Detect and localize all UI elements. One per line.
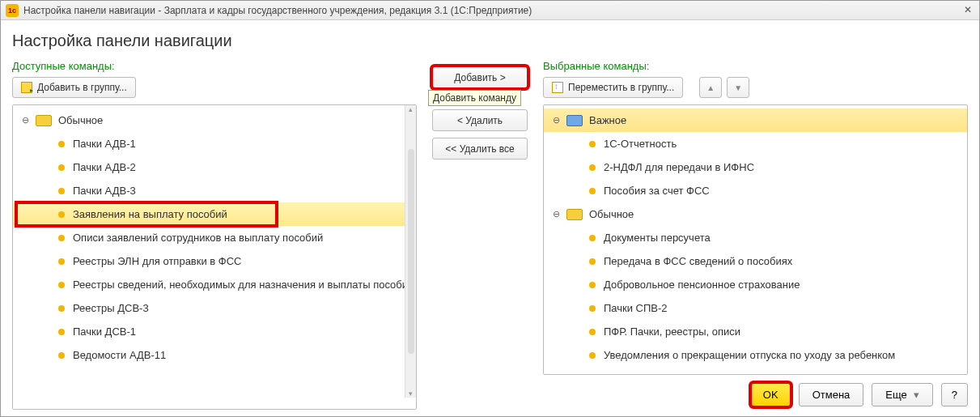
bullet-icon: [589, 258, 596, 265]
available-label: Доступные команды:: [12, 60, 417, 72]
tree-item-label: 2-НДФЛ для передачи в ИФНС: [604, 161, 754, 173]
add-to-group-button[interactable]: Добавить в группу...: [12, 77, 136, 98]
bullet-icon: [58, 164, 65, 171]
tree-item[interactable]: 2-НДФЛ для передачи в ИФНС: [544, 155, 967, 179]
tree-item[interactable]: Пособия за счет ФСС: [544, 179, 967, 202]
folder-move-icon: [552, 82, 563, 93]
bullet-icon: [589, 141, 596, 147]
cancel-label: Отмена: [812, 389, 851, 401]
more-label: Еще: [885, 389, 906, 401]
tree-item[interactable]: Пачки СПВ-2: [544, 296, 967, 320]
titlebar: 1c Настройка панели навигации - Зарплата…: [1, 1, 979, 20]
tree-item[interactable]: Реестры ДСВ-3: [13, 296, 416, 320]
bullet-icon: [58, 141, 65, 147]
tree-item[interactable]: Добровольное пенсионное страхование: [544, 273, 967, 296]
tree-item[interactable]: Пачки ДСВ-1: [13, 320, 416, 343]
tree-item-label: Реестры ЭЛН для отправки в ФСС: [73, 255, 242, 267]
tree-item-label: Добровольное пенсионное страхование: [604, 279, 800, 291]
collapse-icon[interactable]: ⊖: [19, 115, 31, 126]
remove-button[interactable]: < Удалить: [432, 109, 528, 131]
tree-item-label: Пачки СПВ-2: [604, 302, 668, 314]
bullet-icon: [589, 329, 596, 335]
tree-item-label: Документы персучета: [604, 232, 711, 244]
tree-item[interactable]: Ведомости АДВ-11: [13, 343, 416, 367]
close-icon[interactable]: ✕: [960, 2, 976, 17]
tree-item[interactable]: Уведомления о прекращении отпуска по ухо…: [544, 343, 967, 367]
tree-item[interactable]: Описи заявлений сотрудников на выплату п…: [13, 226, 416, 249]
tree-item-label: Описи заявлений сотрудников на выплату п…: [73, 232, 323, 244]
tree-item-label: Реестры ДСВ-3: [73, 302, 149, 314]
selected-tree[interactable]: ⊖Важное1С-Отчетность2-НДФЛ для передачи …: [543, 104, 968, 375]
available-tree[interactable]: ⊖ Обычное Пачки АДВ-1Пачки АДВ-2Пачки АД…: [12, 104, 417, 410]
ok-label: OK: [763, 389, 778, 401]
tree-item-label: Передача в ФСС сведений о пособиях: [604, 255, 792, 267]
tree-group[interactable]: ⊖Важное: [544, 109, 967, 132]
tree-item[interactable]: Реестры ЭЛН для отправки в ФСС: [13, 249, 416, 273]
tree-item[interactable]: Передача в ФСС сведений о пособиях: [544, 249, 967, 273]
move-to-group-button[interactable]: Переместить в группу...: [543, 77, 683, 98]
tree-item[interactable]: Реестры сведений, необходимых для назнач…: [13, 273, 416, 296]
chevron-down-icon: [912, 389, 919, 401]
group-label: Важное: [589, 114, 626, 126]
tree-item[interactable]: Пачки АДВ-1: [13, 132, 416, 155]
tree-item[interactable]: Заявления на выплату пособий: [13, 202, 416, 226]
tree-item[interactable]: 1С-Отчетность: [544, 132, 967, 155]
move-to-group-label: Переместить в группу...: [568, 82, 674, 93]
remove-all-button[interactable]: << Удалить все: [432, 138, 528, 160]
folder-icon: [36, 115, 52, 126]
add-button[interactable]: Добавить > Добавить команду: [432, 66, 528, 88]
tree-item-label: ПФР. Пачки, реестры, описи: [604, 326, 740, 338]
collapse-icon[interactable]: ⊖: [550, 209, 562, 219]
add-to-group-label: Добавить в группу...: [37, 82, 127, 93]
tree-group[interactable]: ⊖Обычное: [544, 202, 967, 226]
tree-item-label: Уведомления о прекращении отпуска по ухо…: [604, 349, 895, 361]
bullet-icon: [58, 329, 65, 335]
remove-label: < Удалить: [457, 115, 503, 126]
help-label: ?: [952, 389, 957, 401]
cancel-button[interactable]: Отмена: [799, 383, 864, 406]
panel-selected: Выбранные команды: Переместить в группу.…: [543, 60, 968, 410]
group-label: Обычное: [589, 208, 634, 220]
tree-group[interactable]: ⊖ Обычное: [13, 109, 416, 132]
folder-add-icon: [21, 82, 32, 93]
move-up-button[interactable]: [699, 77, 722, 98]
tree-item-label: Пачки АДВ-3: [73, 185, 136, 197]
tree-item[interactable]: Пачки АДВ-2: [13, 155, 416, 179]
group-label: Обычное: [58, 114, 103, 126]
collapse-icon[interactable]: ⊖: [550, 115, 562, 126]
bullet-icon: [58, 235, 65, 241]
bullet-icon: [58, 258, 65, 265]
more-button[interactable]: Еще: [872, 383, 932, 406]
footer: OK Отмена Еще ?: [543, 375, 968, 410]
scrollbar-horizontal[interactable]: ◂▸: [13, 409, 416, 410]
scrollbar-vertical[interactable]: ▴▾: [405, 105, 416, 398]
content: Настройка панели навигации Доступные ком…: [1, 20, 979, 416]
folder-icon: [566, 115, 583, 126]
tree-item[interactable]: Пачки АДВ-3: [13, 179, 416, 202]
move-down-button[interactable]: [727, 77, 749, 98]
tree-item-label: Пачки ДСВ-1: [73, 326, 136, 338]
add-label: Добавить >: [454, 72, 505, 83]
help-button[interactable]: ?: [941, 383, 968, 406]
tree-item[interactable]: ПФР. Пачки, реестры, описи: [544, 320, 967, 343]
tree-item[interactable]: Документы персучета: [544, 226, 967, 249]
window-title: Настройка панели навигации - Зарплата и …: [23, 5, 532, 16]
selected-label: Выбранные команды:: [543, 60, 968, 72]
bullet-icon: [58, 211, 65, 218]
bullet-icon: [589, 235, 596, 241]
tree-item-label: Пособия за счет ФСС: [604, 185, 710, 197]
panels: Доступные команды: Добавить в группу... …: [12, 60, 968, 410]
bullet-icon: [589, 352, 596, 359]
bullet-icon: [58, 188, 65, 194]
bullet-icon: [589, 188, 596, 194]
ok-button[interactable]: OK: [751, 383, 791, 406]
bullet-icon: [589, 282, 596, 288]
tree-item-label: Заявления на выплату пособий: [73, 208, 227, 220]
bullet-icon: [589, 305, 596, 312]
add-tooltip: Добавить команду: [428, 90, 521, 106]
arrow-up-icon: [706, 82, 715, 93]
selected-toolbar: Переместить в группу...: [543, 77, 968, 98]
tree-item-label: Пачки АДВ-2: [73, 161, 136, 173]
panel-actions: Добавить > Добавить команду < Удалить <<…: [423, 60, 537, 410]
bullet-icon: [589, 164, 596, 171]
